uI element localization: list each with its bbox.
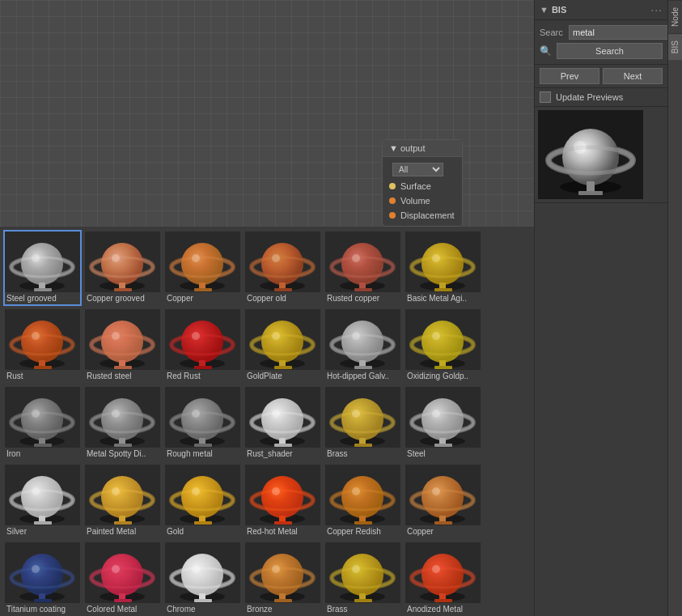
list-item[interactable]: Copper — [163, 230, 242, 306]
mat-thumb — [405, 387, 481, 448]
update-previews-checkbox[interactable] — [540, 91, 551, 103]
output-volume-row: Volume — [383, 193, 462, 208]
mat-thumb — [165, 542, 240, 603]
svg-point-11 — [101, 243, 143, 285]
volume-label: Volume — [400, 196, 430, 206]
list-item[interactable]: Hot-dipped Galv.. — [324, 308, 402, 384]
svg-rect-174 — [274, 521, 292, 525]
svg-rect-142 — [434, 444, 452, 447]
bis-arrow-icon: ▼ — [540, 5, 549, 15]
svg-point-251 — [562, 129, 619, 185]
mat-label: Hot-dipped Galv.. — [325, 370, 400, 382]
output-type-select[interactable]: All Surface Volume — [392, 163, 443, 176]
svg-point-151 — [32, 487, 40, 495]
svg-point-135 — [352, 410, 360, 418]
mat-thumb — [85, 387, 160, 448]
prev-button[interactable]: Prev — [540, 68, 599, 84]
list-item[interactable]: Copper — [404, 463, 482, 539]
svg-rect-78 — [274, 366, 292, 369]
bis-header: ▼ BIS ··· — [535, 0, 667, 20]
search-input[interactable] — [569, 25, 682, 40]
list-item[interactable]: Oxidizing Goldp.. — [404, 308, 482, 384]
list-item[interactable]: Basic Metal Agi.. — [404, 230, 482, 306]
svg-point-127 — [272, 410, 280, 418]
mat-thumb — [325, 542, 400, 603]
list-item[interactable]: Metal Spotty Di.. — [83, 385, 162, 461]
list-item[interactable]: Red-hot Metal — [244, 463, 322, 539]
list-item[interactable]: Titanium coating — [3, 541, 82, 616]
svg-point-91 — [421, 321, 464, 363]
output-surface-row: Surface — [383, 179, 462, 193]
svg-point-95 — [432, 332, 440, 340]
mat-thumb — [165, 465, 240, 525]
bis-options-icon[interactable]: ··· — [650, 3, 663, 16]
mat-thumb — [325, 465, 400, 525]
svg-point-103 — [32, 410, 40, 418]
list-item[interactable]: Silver — [3, 463, 82, 539]
svg-point-239 — [432, 565, 440, 573]
next-button[interactable]: Next — [603, 68, 663, 84]
svg-point-215 — [192, 565, 200, 573]
mat-label: Titanium coating — [5, 603, 80, 615]
mat-thumb — [85, 465, 160, 525]
svg-point-119 — [192, 410, 200, 418]
list-item[interactable]: Gold — [163, 463, 242, 539]
list-item[interactable]: GoldPlate — [244, 308, 322, 384]
mat-label: Bronze — [245, 603, 320, 615]
list-item[interactable]: Anodized Metal — [404, 541, 482, 616]
list-item[interactable]: Brass — [324, 541, 402, 616]
list-item[interactable]: Painted Metal — [83, 463, 162, 539]
mat-thumb — [245, 542, 320, 603]
output-node-header: ▼ output — [383, 140, 462, 157]
list-item[interactable]: Rust_shader — [244, 385, 322, 461]
list-item[interactable]: Steel grooved — [3, 230, 82, 306]
mat-label: Copper — [405, 525, 481, 537]
svg-point-255 — [574, 141, 587, 154]
mat-label: Rough metal — [165, 448, 240, 460]
svg-point-55 — [32, 332, 40, 340]
list-item[interactable]: Copper grooved — [83, 230, 162, 306]
list-item[interactable]: Copper Redish — [324, 463, 402, 539]
mat-thumb — [5, 542, 80, 603]
list-item[interactable]: Bronze — [244, 541, 322, 616]
list-item[interactable]: Copper old — [244, 230, 322, 306]
mat-label: Anodized Metal — [405, 603, 481, 615]
list-item[interactable]: Rust — [3, 308, 82, 384]
list-item[interactable]: Colored Metal — [83, 541, 162, 616]
displacement-dot — [389, 212, 396, 219]
mat-label: Brass — [325, 603, 400, 615]
mat-thumb — [325, 309, 400, 370]
mat-thumb — [5, 309, 80, 370]
svg-rect-102 — [34, 444, 52, 447]
list-item[interactable]: Rough metal — [163, 385, 242, 461]
bis-tab[interactable]: BIS — [668, 33, 682, 60]
nav-row: Prev Next — [535, 65, 667, 88]
svg-point-19 — [181, 243, 223, 285]
svg-rect-158 — [114, 521, 132, 525]
search-button[interactable]: Search — [557, 43, 663, 59]
list-item[interactable]: Rusted steel — [83, 308, 162, 384]
svg-rect-222 — [274, 599, 292, 602]
preview-area — [535, 107, 667, 203]
node-tab[interactable]: Node — [668, 0, 682, 33]
svg-point-99 — [21, 398, 63, 440]
list-item[interactable]: Iron — [3, 385, 82, 461]
list-item[interactable]: Steel — [404, 385, 482, 461]
svg-rect-206 — [114, 599, 132, 602]
svg-point-123 — [261, 398, 303, 440]
list-item[interactable]: Chrome — [163, 541, 242, 616]
search-icon: 🔍 — [540, 45, 552, 57]
list-item[interactable]: Brass — [324, 385, 402, 461]
list-item[interactable]: Rusted copper — [324, 230, 402, 306]
svg-point-27 — [261, 243, 303, 285]
surface-dot — [389, 183, 396, 189]
svg-point-7 — [32, 254, 40, 262]
output-all-row[interactable]: All Surface Volume — [383, 160, 462, 179]
svg-rect-94 — [434, 366, 452, 369]
right-panel: ▼ BIS ··· Searc 🔍 Search Prev Next Updat… — [534, 0, 667, 616]
svg-point-39 — [352, 254, 360, 262]
svg-point-87 — [352, 332, 360, 340]
svg-point-115 — [181, 398, 223, 440]
mat-thumb — [85, 309, 160, 370]
list-item[interactable]: Red Rust — [163, 308, 242, 384]
